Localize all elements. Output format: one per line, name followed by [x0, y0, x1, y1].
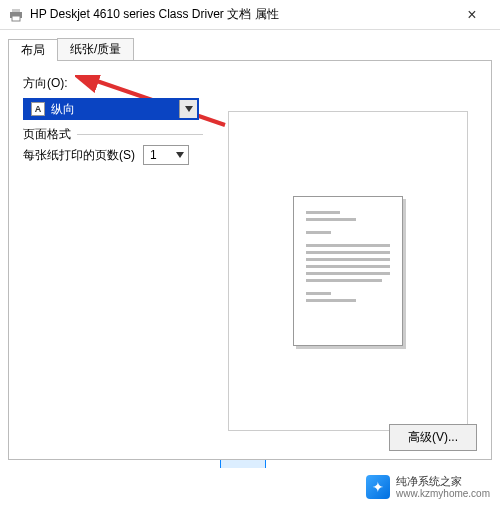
printer-icon	[8, 7, 24, 23]
titlebar: HP Deskjet 4610 series Class Driver 文档 属…	[0, 0, 500, 30]
tab-paper-quality[interactable]: 纸张/质量	[57, 38, 134, 60]
page-format-group: 页面格式	[23, 134, 203, 135]
watermark-brand: 纯净系统之家	[396, 475, 490, 488]
watermark-url: www.kzmyhome.com	[396, 488, 490, 500]
preview-box	[228, 111, 468, 431]
dialog-body: 布局 纸张/质量 方向(O): A 纵向	[0, 30, 500, 468]
preview-page	[293, 196, 403, 346]
watermark: ✦ 纯净系统之家 www.kzmyhome.com	[356, 469, 500, 506]
page-format-title: 页面格式	[23, 126, 77, 143]
pages-per-sheet-value: 1	[150, 148, 157, 162]
pages-per-sheet-select[interactable]: 1	[143, 145, 189, 165]
orientation-select[interactable]: A 纵向	[23, 98, 199, 120]
advanced-button[interactable]: 高级(V)...	[389, 424, 477, 451]
watermark-logo-icon: ✦	[366, 475, 390, 499]
right-column	[219, 75, 477, 431]
svg-rect-2	[12, 16, 20, 21]
tab-layout[interactable]: 布局	[8, 39, 58, 61]
pages-per-sheet-label: 每张纸打印的页数(S)	[23, 147, 135, 164]
svg-rect-1	[12, 9, 20, 12]
close-button[interactable]: ×	[452, 0, 492, 30]
tab-panel-layout: 方向(O): A 纵向 页面格式 每张纸打印的页数(S) 1	[8, 60, 492, 460]
tabstrip: 布局 纸张/质量	[8, 38, 492, 60]
orientation-value: 纵向	[51, 101, 179, 118]
portrait-doc-icon: A	[31, 102, 45, 116]
chevron-down-icon	[179, 100, 197, 118]
window-title: HP Deskjet 4610 series Class Driver 文档 属…	[30, 6, 452, 23]
chevron-down-icon	[172, 146, 188, 164]
